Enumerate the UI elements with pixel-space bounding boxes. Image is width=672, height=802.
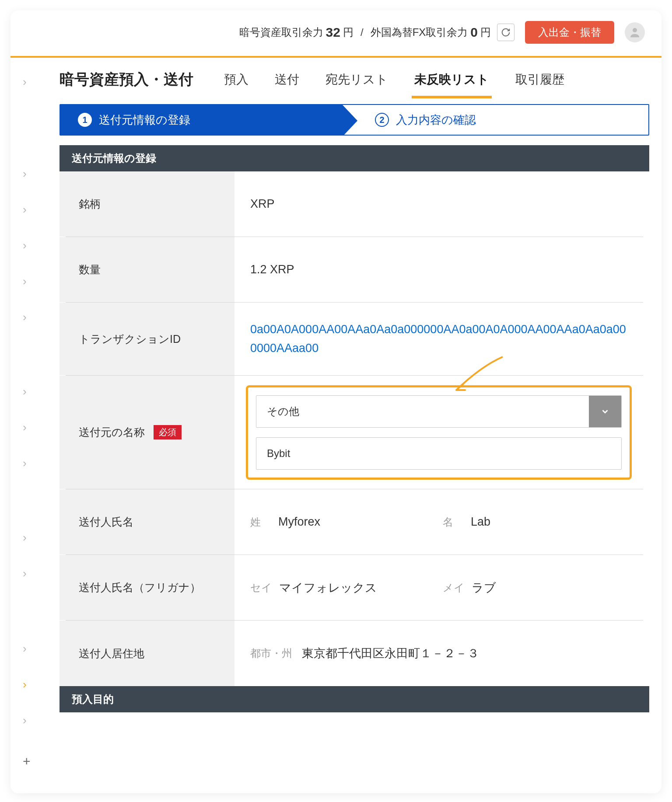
crypto-balance-unit: 円: [343, 25, 354, 39]
value-txid: 0a00A0A000AA00AAa0Aa0a000000AA0a00A0A000…: [250, 320, 627, 358]
side-chevron[interactable]: [23, 568, 27, 579]
section-header-purpose: 預入目的: [60, 686, 649, 712]
value-mei-kana: ラブ: [472, 580, 496, 596]
crypto-balance-value: 32: [326, 25, 340, 40]
step-2: 2 入力内容の確認: [343, 105, 648, 135]
separator: /: [360, 26, 364, 38]
refresh-button[interactable]: [497, 24, 514, 41]
side-chevron[interactable]: [23, 240, 27, 251]
fx-balance-unit: 円: [480, 25, 491, 39]
side-chevron[interactable]: [23, 457, 27, 469]
refresh-icon: [501, 28, 511, 37]
side-chevron-active[interactable]: [23, 679, 27, 690]
fx-balance-label: 外国為替FX取引余力: [371, 25, 468, 39]
sender-name-select-toggle[interactable]: [589, 396, 621, 427]
label-city: 都市・州: [250, 646, 292, 660]
fx-balance-value: 0: [470, 25, 478, 40]
side-chevron[interactable]: [23, 168, 27, 179]
required-badge: 必須: [154, 425, 182, 439]
side-chevron[interactable]: [23, 532, 27, 543]
label-sei: 姓: [250, 515, 271, 529]
user-icon: [628, 26, 641, 39]
value-quantity: 1.2 XRP: [234, 237, 643, 302]
label-sender-name-text: 送付元の名称: [79, 425, 145, 439]
value-sei-kana: マイフォレックス: [279, 580, 377, 596]
step-1: 1 送付元情報の登録: [60, 105, 343, 135]
label-person-name: 送付人氏名: [60, 489, 234, 554]
step-1-number: 1: [78, 113, 92, 127]
side-chevron[interactable]: [23, 422, 27, 433]
side-chevron[interactable]: [23, 204, 27, 215]
label-person-kana: 送付人氏名（フリガナ）: [60, 555, 234, 620]
label-mei: 名: [443, 515, 464, 529]
value-mei: Lab: [471, 515, 490, 529]
avatar[interactable]: [625, 22, 645, 42]
value-address: 東京都千代田区永田町１－２－３: [302, 645, 479, 661]
side-chevron[interactable]: [23, 311, 27, 323]
label-mei-kana: メイ: [443, 581, 465, 595]
tab-pending[interactable]: 未反映リスト: [414, 62, 489, 98]
tab-history[interactable]: 取引履歴: [515, 62, 564, 98]
side-add[interactable]: [23, 791, 31, 793]
tab-destinations[interactable]: 宛先リスト: [326, 62, 388, 98]
label-address: 送付人居住地: [60, 621, 234, 686]
tab-send[interactable]: 送付: [275, 62, 299, 98]
side-add[interactable]: [23, 755, 31, 768]
side-chevron[interactable]: [23, 643, 27, 654]
top-header: 暗号資産取引余力 32 円 / 外国為替FX取引余力 0 円 入出金・振替: [10, 10, 662, 58]
step-2-label: 入力内容の確認: [396, 112, 476, 128]
value-symbol: XRP: [234, 171, 643, 237]
sender-name-highlight: その他 Bybit: [246, 385, 632, 480]
value-sei: Myforex: [278, 515, 320, 529]
chevron-down-icon: [600, 407, 610, 416]
step-1-label: 送付元情報の登録: [99, 112, 190, 128]
tab-deposit[interactable]: 預入: [224, 62, 248, 98]
side-chevron[interactable]: [23, 76, 27, 87]
sender-name-select-value: その他: [256, 396, 589, 427]
tab-nav: 暗号資産預入・送付 預入 送付 宛先リスト 未反映リスト 取引履歴: [47, 59, 662, 100]
page-title: 暗号資産預入・送付: [60, 70, 193, 90]
label-sei-kana: セイ: [250, 581, 272, 595]
step-indicator: 1 送付元情報の登録 2 入力内容の確認: [60, 104, 649, 136]
sender-name-select[interactable]: その他: [256, 395, 622, 428]
side-chevron[interactable]: [23, 275, 27, 287]
side-rail: [10, 59, 47, 793]
side-chevron[interactable]: [23, 386, 27, 397]
label-sender-name: 送付元の名称 必須: [60, 376, 234, 489]
side-chevron[interactable]: [23, 715, 27, 726]
svg-point-0: [633, 28, 637, 32]
sender-name-input[interactable]: Bybit: [256, 437, 622, 470]
step-2-number: 2: [375, 113, 389, 127]
label-txid: トランザクションID: [60, 303, 234, 375]
section-header-sender-info: 送付元情報の登録: [60, 145, 649, 171]
label-quantity: 数量: [60, 237, 234, 302]
deposit-transfer-button[interactable]: 入出金・振替: [525, 21, 614, 44]
label-symbol: 銘柄: [60, 171, 234, 237]
crypto-balance-label: 暗号資産取引余力: [239, 25, 323, 39]
